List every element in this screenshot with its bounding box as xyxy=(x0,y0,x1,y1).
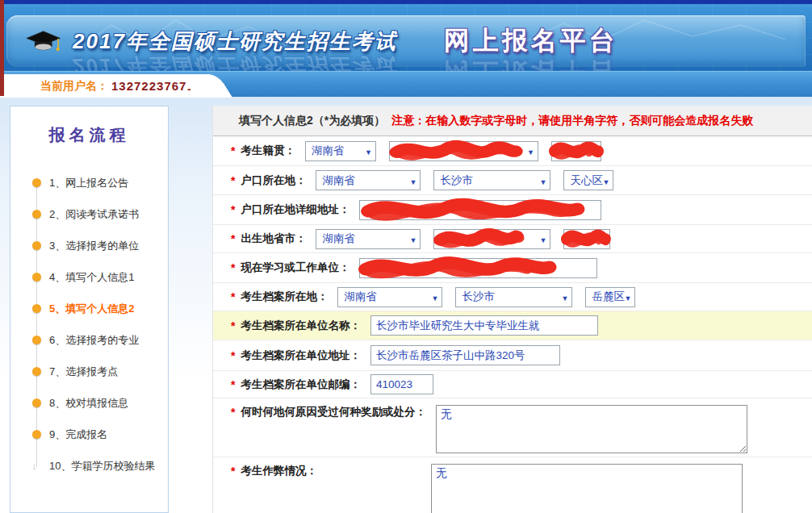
sidebar-item-step2[interactable]: 2、阅读考试承诺书 xyxy=(10,198,168,230)
chevron-down-icon xyxy=(562,291,569,303)
chevron-down-icon xyxy=(410,174,417,186)
household-province-select[interactable]: 湖南省 xyxy=(316,170,421,190)
archive-unit-name-label: *考生档案所在单位名称： xyxy=(231,319,361,333)
cheating-record-label: *考生作弊情况： xyxy=(231,464,421,478)
step-bullet-icon xyxy=(32,241,41,250)
chevron-down-icon xyxy=(590,145,597,157)
household-location-label: *户口所在地： xyxy=(231,173,306,188)
sidebar-item-step10[interactable]: 10、学籍学历校验结果 xyxy=(10,450,168,482)
current-work-unit-label: *现在学习或工作单位： xyxy=(231,261,349,275)
sidebar-item-step3[interactable]: 3、选择报考的单位 xyxy=(10,230,168,261)
row-household-location: *户口所在地： 湖南省 长沙市 天心区 xyxy=(213,166,812,195)
birthplace-county-select[interactable] xyxy=(563,229,610,249)
step-bullet-icon xyxy=(32,367,41,376)
archive-location-label: *考生档案所在地： xyxy=(231,290,328,304)
chevron-down-icon xyxy=(600,233,607,245)
sidebar-item-step8[interactable]: 8、校对填报信息 xyxy=(10,387,168,419)
sidebar-item-step5-current[interactable]: 5、填写个人信息2 xyxy=(10,293,168,324)
personal-info-form-panel: 填写个人信息2（*为必填项） 注意：在输入数字或字母时，请使用半角字符，否则可能… xyxy=(212,106,812,513)
row-native-place: *考生籍贯： 湖南省 xyxy=(213,136,812,166)
app-header: 2017年全国硕士研究生招生考试 2017年全国硕士研究生招生考试 网上报名平台… xyxy=(0,0,812,71)
site-title: 2017年全国硕士研究生招生考试 2017年全国硕士研究生招生考试 xyxy=(73,27,397,56)
redaction-scribble xyxy=(387,140,541,163)
household-address-label: *户口所在地详细地址： xyxy=(231,202,349,217)
row-archive-unit-zip: *考生档案所在单位邮编： xyxy=(213,371,812,398)
archive-district-select[interactable]: 岳麓区 xyxy=(585,287,635,307)
household-district-select[interactable]: 天心区 xyxy=(563,170,613,190)
header-banner: 2017年全国硕士研究生招生考试 2017年全国硕士研究生招生考试 网上报名平台… xyxy=(6,15,806,67)
step-bullet-icon xyxy=(32,336,41,344)
sidebar-item-step4[interactable]: 4、填写个人信息1 xyxy=(10,261,168,293)
row-current-work-unit: *现在学习或工作单位： xyxy=(213,253,812,283)
archive-unit-name-input[interactable] xyxy=(370,315,598,336)
left-edge-red-strip xyxy=(0,0,4,96)
household-city-select[interactable]: 长沙市 xyxy=(433,170,550,190)
archive-unit-address-label: *考生档案所在单位地址： xyxy=(231,348,361,363)
native-place-label: *考生籍贯： xyxy=(231,144,295,158)
sidebar-item-step1[interactable]: 1、网上报名公告 xyxy=(10,167,168,198)
chevron-down-icon xyxy=(603,174,610,186)
graduation-cap-icon xyxy=(24,25,61,57)
native-place-county-select[interactable] xyxy=(551,141,601,161)
row-archive-location: *考生档案所在地： 湖南省 长沙市 岳麓区 xyxy=(213,283,812,311)
row-archive-unit-name: *考生档案所在单位名称： xyxy=(213,311,812,340)
chevron-down-icon xyxy=(410,233,417,245)
rewards-punishments-textarea[interactable]: 无 xyxy=(436,405,747,453)
chevron-down-icon xyxy=(625,291,632,303)
native-place-city-select[interactable] xyxy=(389,141,538,161)
row-archive-unit-address: *考生档案所在单位地址： xyxy=(213,340,812,371)
archive-unit-zip-input[interactable] xyxy=(370,374,433,394)
row-household-address: *户口所在地详细地址： xyxy=(213,195,812,225)
current-user-label: 当前用户名： xyxy=(40,79,108,94)
birthplace-label: *出生地省市： xyxy=(231,231,306,246)
archive-unit-address-input[interactable] xyxy=(370,345,560,365)
redaction-scribble xyxy=(431,227,553,251)
form-notice: 注意：在输入数字或字母时，请使用半角字符，否则可能会造成报名失败 xyxy=(391,114,753,128)
current-username: 13272237671 xyxy=(111,79,195,93)
platform-title: 网上报名平台 网上报名平台 xyxy=(444,23,618,59)
row-cheating-record: *考生作弊情况： 无 xyxy=(213,457,812,513)
chevron-down-icon xyxy=(540,233,547,245)
sidebar-title: 报名流程 xyxy=(10,124,168,146)
registration-page: 2017年全国硕士研究生招生考试 2017年全国硕士研究生招生考试 网上报名平台… xyxy=(0,0,812,513)
chevron-down-icon xyxy=(540,174,547,186)
step-bullet-icon xyxy=(32,178,41,187)
cheating-record-textarea[interactable]: 无 xyxy=(431,464,743,513)
archive-province-select[interactable]: 湖南省 xyxy=(337,287,442,307)
form-header: 填写个人信息2（*为必填项） 注意：在输入数字或字母时，请使用半角字符，否则可能… xyxy=(213,106,812,136)
row-rewards-punishments: *何时何地何原因受过何种奖励或处分： 无 xyxy=(213,398,812,457)
native-place-province-select[interactable]: 湖南省 xyxy=(305,141,376,161)
sidebar-registration-steps: 报名流程 1、网上报名公告 2、阅读考试承诺书 3、选择报考的单位 4、填写个人… xyxy=(10,106,169,513)
current-user-tab: 当前用户名： 13272237671 xyxy=(0,74,206,98)
chevron-down-icon xyxy=(365,145,372,157)
chevron-down-icon xyxy=(432,291,439,303)
household-address-input[interactable] xyxy=(359,200,601,220)
user-bar: 当前用户名： 13272237671 xyxy=(0,71,812,97)
row-birthplace: *出生地省市： 湖南省 xyxy=(213,225,812,253)
step-bullet-icon xyxy=(32,273,41,282)
rewards-punishments-label: *何时何地何原因受过何种奖励或处分： xyxy=(231,405,426,419)
step-bullet-icon xyxy=(32,430,41,439)
archive-unit-zip-label: *考生档案所在单位邮编： xyxy=(231,377,361,392)
form-title: 填写个人信息2（*为必填项） xyxy=(239,114,385,128)
chevron-down-icon xyxy=(527,145,534,157)
sidebar-item-step6[interactable]: 6、选择报考的专业 xyxy=(10,324,168,356)
birthplace-province-select[interactable]: 湖南省 xyxy=(316,229,421,249)
archive-city-select[interactable]: 长沙市 xyxy=(455,287,572,307)
step-bullet-icon xyxy=(32,398,41,407)
step-bullet-icon xyxy=(32,304,41,313)
sidebar-item-step9[interactable]: 9、完成报名 xyxy=(10,419,168,450)
sidebar-item-step7[interactable]: 7、选择报考点 xyxy=(10,356,168,387)
steps-list: 1、网上报名公告 2、阅读考试承诺书 3、选择报考的单位 4、填写个人信息1 5… xyxy=(10,167,168,482)
current-work-unit-input[interactable] xyxy=(359,258,597,278)
birthplace-city-select[interactable] xyxy=(433,229,550,249)
step-bullet-icon xyxy=(32,210,41,219)
step-arrow-down-icon xyxy=(31,460,37,472)
